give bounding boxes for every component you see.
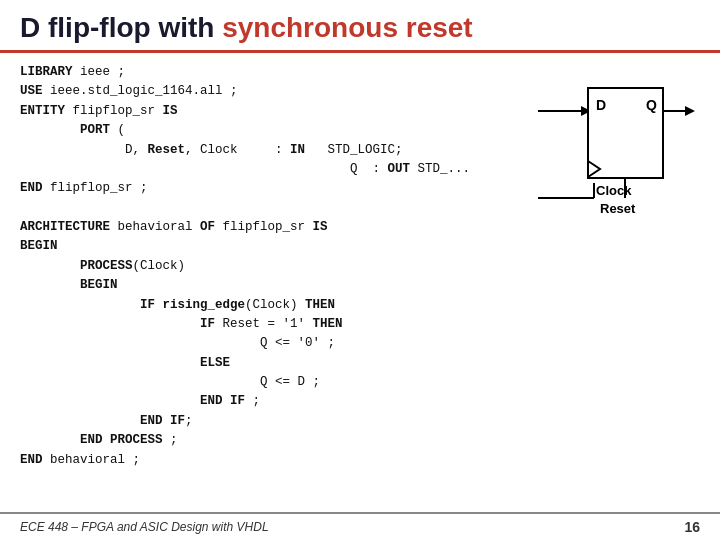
- code-line-4: PORT (: [20, 121, 515, 140]
- code-line-19: END behavioral ;: [20, 451, 515, 470]
- diagram-section: D Q Clock Reset: [525, 63, 700, 512]
- title-prefix: D flip-flop with: [20, 12, 222, 43]
- code-line-4b: D, Reset, Clock : IN STD_LOGIC;: [20, 141, 515, 160]
- code-section: LIBRARY ieee ; USE ieee.std_logic_1164.a…: [20, 63, 515, 512]
- code-line-11: IF rising_edge(Clock) THEN: [20, 296, 515, 315]
- code-line-blank: [20, 199, 515, 218]
- slide: D flip-flop with synchronous reset LIBRA…: [0, 0, 720, 540]
- code-line-1: LIBRARY ieee ;: [20, 63, 515, 82]
- footer-course: ECE 448 – FPGA and ASIC Design with VHDL: [20, 520, 269, 534]
- footer: ECE 448 – FPGA and ASIC Design with VHDL…: [0, 512, 720, 540]
- ff-diagram-svg: D Q Clock Reset: [528, 73, 698, 213]
- code-line-5: Q : OUT STD_...: [20, 160, 515, 179]
- content-area: LIBRARY ieee ; USE ieee.std_logic_1164.a…: [0, 53, 720, 512]
- title-highlight: synchronous reset: [222, 12, 473, 43]
- svg-text:Clock: Clock: [596, 183, 632, 198]
- code-line-2: USE ieee.std_logic_1164.all ;: [20, 82, 515, 101]
- code-line-7: ARCHITECTURE behavioral OF flipflop_sr I…: [20, 218, 515, 237]
- svg-marker-7: [685, 106, 695, 116]
- code-line-12: IF Reset = '1' THEN: [20, 315, 515, 334]
- code-line-16: END IF ;: [20, 392, 515, 411]
- svg-text:Reset: Reset: [600, 201, 636, 213]
- code-line-13: Q <= '0' ;: [20, 334, 515, 353]
- code-line-17: END IF;: [20, 412, 515, 431]
- code-line-14: ELSE: [20, 354, 515, 373]
- title-bar: D flip-flop with synchronous reset: [0, 0, 720, 53]
- svg-text:D: D: [596, 97, 606, 113]
- code-line-6: END flipflop_sr ;: [20, 179, 515, 198]
- code-line-15: Q <= D ;: [20, 373, 515, 392]
- code-line-3: ENTITY flipflop_sr IS: [20, 102, 515, 121]
- slide-title: D flip-flop with synchronous reset: [20, 12, 700, 44]
- ff-diagram-wrapper: D Q Clock Reset: [528, 73, 698, 217]
- code-line-18: END PROCESS ;: [20, 431, 515, 450]
- footer-page: 16: [684, 519, 700, 535]
- svg-text:Q: Q: [646, 97, 657, 113]
- code-line-9: PROCESS(Clock): [20, 257, 515, 276]
- code-line-10: BEGIN: [20, 276, 515, 295]
- code-line-8: BEGIN: [20, 237, 515, 256]
